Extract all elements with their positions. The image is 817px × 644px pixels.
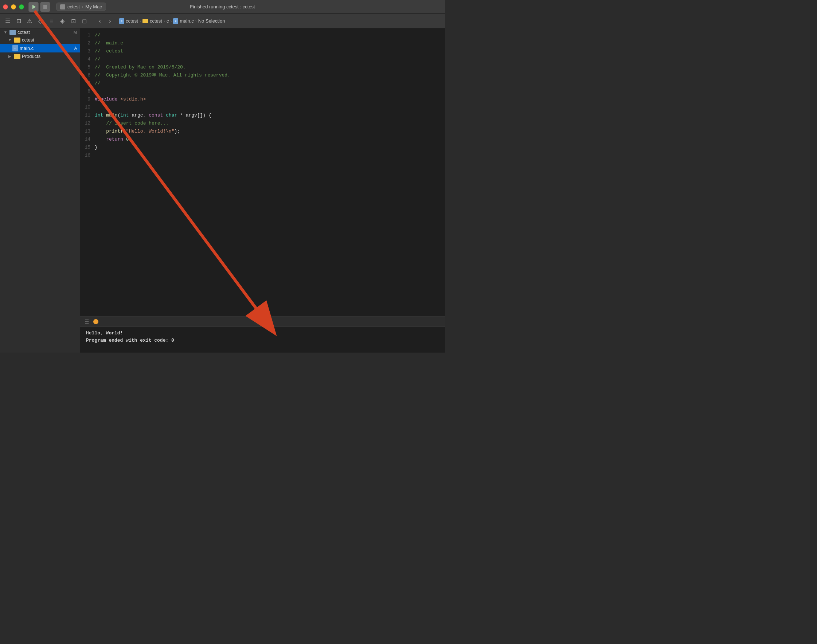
code-line-7: // [95,80,445,87]
sidebar-item-products[interactable]: ▶ Products [0,52,80,60]
project-icon [9,30,16,35]
code-line-3: // cctest [95,48,445,55]
assistant-icon[interactable]: ◻ [80,16,89,26]
breadcrumb-filename[interactable]: main.c [180,18,194,24]
disclosure-icon-folder: ▼ [7,38,12,43]
play-icon [32,5,36,9]
console-output: Hello, World! Program ended with exit co… [80,327,445,353]
issues-icon[interactable]: ⚠ [25,16,34,26]
jump-bar-nav-icon[interactable] [93,319,98,324]
disclosure-products: ▶ [7,54,12,59]
code-line-4: // [95,55,445,63]
breadcrumb-folder[interactable]: cctest [150,18,162,24]
stop-button[interactable] [40,2,50,12]
console-line-1: Hello, World! [86,330,439,337]
editor-content: 12345 678910 1112131415 16 // // main.c … [80,28,445,316]
console-toggle-icon[interactable]: ☰ [83,318,91,325]
title-bar: cctest › My Mac Finished running cctest … [0,0,445,14]
code-line-13: printf("Hello, World!\n"); [95,127,445,135]
folder-icon [14,38,20,43]
debug-icon[interactable]: ≡ [47,16,56,26]
code-line-11: int main(int argc, const char * argv[]) … [95,112,445,120]
jump-bar-icon[interactable]: ⊡ [14,16,23,26]
scheme-selector[interactable]: cctest › My Mac [56,3,106,11]
line-numbers: 12345 678910 1112131415 16 [80,28,95,316]
code-line-10 [95,103,445,112]
sidebar: ▼ cctest M ▼ cctest c main.c A ▶ Product… [0,28,80,353]
scheme-destination: My Mac [85,4,102,9]
breadcrumb-sep-1: › [140,18,141,24]
file-label: main.c [20,46,34,51]
modified-badge: M [74,30,77,35]
breadcrumb-c-dir[interactable]: c [167,18,169,24]
code-line-2: // main.c [95,39,445,48]
c-file-icon: c [12,45,18,51]
code-line-5: // Created by Mac on 2019/5/20. [95,63,445,71]
minimize-button[interactable] [11,5,16,9]
toolbar: ☰ ⊡ ⚠ ◇ ≡ ◈ ⊡ ◻ ‹ › c cctest › cctest › … [0,14,445,28]
code-line-16 [95,152,445,159]
nav-forward-button[interactable]: › [105,16,115,26]
code-lines: // // main.c // cctest // // Created by … [95,28,445,316]
close-button[interactable] [3,5,8,9]
code-line-14: return 0; [95,135,445,144]
window-title: Finished running cctest : cctest [190,4,255,9]
maximize-button[interactable] [19,5,24,9]
code-line-12: // insert code here... [95,120,445,127]
code-editor[interactable]: 12345 678910 1112131415 16 // // main.c … [80,28,445,316]
editor-area: 12345 678910 1112131415 16 // // main.c … [80,28,445,353]
code-line-1: // [95,31,445,39]
run-button[interactable] [28,2,38,12]
code-line-6: // Copyright © 2019年 Mac. All rights res… [95,71,445,80]
sidebar-item-cctest-folder[interactable]: ▼ cctest [0,36,80,44]
disclosure-icon: ▼ [3,30,8,35]
breadcrumb-selection[interactable]: No Selection [198,18,225,24]
breadcrumb-file-icon: c [173,18,178,24]
sidebar-item-cctest-project[interactable]: ▼ cctest M [0,28,80,36]
breadcrumb-sep-4: › [195,18,197,24]
sidebar-item-main-c[interactable]: c main.c A [0,44,80,52]
breadcrumb: c cctest › cctest › c › c main.c › No Se… [119,18,442,24]
scheme-name: cctest [68,4,80,9]
tests-icon[interactable]: ◇ [36,16,45,26]
breadcrumb-project[interactable]: cctest [126,18,138,24]
scheme-icon [60,5,65,9]
toolbar-separator [92,17,92,25]
traffic-lights [3,5,24,9]
folder-label: cctest [22,37,34,43]
navigator-toggle-icon[interactable]: ☰ [3,16,12,26]
main-layout: ▼ cctest M ▼ cctest c main.c A ▶ Product… [0,28,445,353]
bottom-panel: ☰ Hello, World! Program ended with exit … [80,316,445,353]
breadcrumb-cctest-icon: c [119,18,124,24]
code-line-15: } [95,144,445,152]
breadcrumb-sep-2: › [164,18,165,24]
file-badge: A [74,46,77,50]
project-label: cctest [17,29,30,35]
breadcrumb-sep-3: › [170,18,172,24]
products-folder-icon [14,54,20,59]
stop-icon [43,5,47,9]
console-line-2: Program ended with exit code: 0 [86,337,439,344]
code-line-9: #include <stdio.h> [95,95,445,103]
breakpoints-icon[interactable]: ◈ [58,16,67,26]
scheme-destination-sep: › [82,5,83,9]
nav-back-button[interactable]: ‹ [95,16,104,26]
environment-icon[interactable]: ⊡ [69,16,78,26]
code-line-8 [95,87,445,95]
bottom-toolbar: ☰ [80,317,445,327]
nav-arrows: ‹ › [95,16,115,26]
products-label: Products [22,54,40,59]
breadcrumb-folder-icon [143,19,148,23]
